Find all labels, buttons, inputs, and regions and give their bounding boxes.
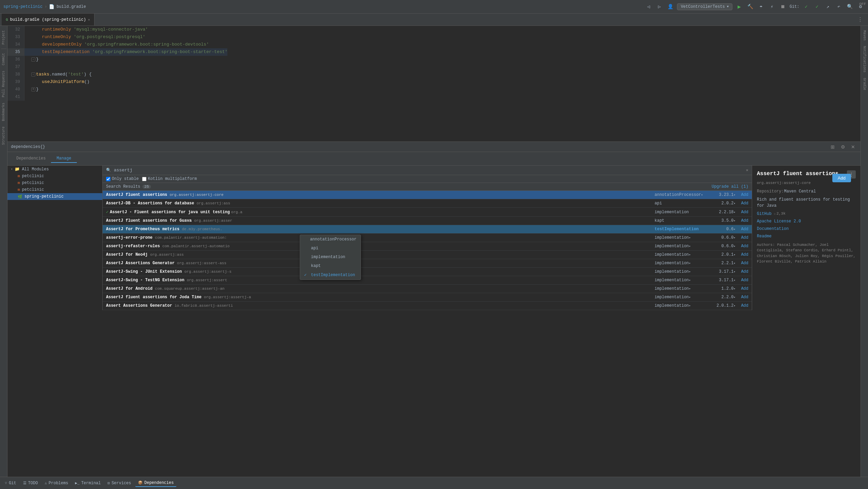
tab-more-button[interactable]: ⋮ [854, 16, 866, 23]
only-stable-option[interactable]: Only stable [106, 176, 139, 181]
git-check2[interactable]: ✓ [813, 3, 821, 11]
person-icon[interactable]: 👤 [666, 3, 674, 11]
result-scope-7[interactable]: implementation▾ [655, 252, 709, 257]
result-scope-1[interactable]: api [655, 201, 709, 206]
maven-panel-label[interactable]: Maven [862, 28, 867, 43]
panel-close-button[interactable]: ✕ [849, 143, 857, 151]
result-add-10[interactable]: Add [738, 278, 748, 283]
tab-build-gradle[interactable]: G build.gradle (spring-petclinic) ✕ [2, 14, 94, 26]
structure-label[interactable]: Structure [1, 124, 6, 148]
profile-button[interactable]: ⚡ [768, 3, 776, 11]
dependencies-tool-btn[interactable]: 📦 Dependencies [135, 479, 176, 487]
only-stable-checkbox[interactable] [106, 177, 110, 181]
result-add-2[interactable]: Add [738, 210, 748, 215]
result-row-1[interactable]: AssertJ-DB - Assertions for database org… [103, 199, 752, 208]
scope-option-testImplementation[interactable]: ✓ testImplementation [300, 270, 361, 280]
gradle-panel-label[interactable]: Gradle [862, 75, 867, 93]
panel-layout-button[interactable]: ⊞ [829, 143, 837, 151]
result-row-5[interactable]: assertj-error-prone com.palantir.assertj… [103, 234, 752, 242]
result-add-4[interactable]: Add [738, 227, 748, 232]
git-update[interactable]: ↶ [835, 3, 843, 11]
result-row-6[interactable]: assertj-refaster-rules com.palantir.asse… [103, 242, 752, 251]
result-row-7[interactable]: AssertJ for Neo4j org.assertj:ass implem… [103, 251, 752, 259]
notifications-panel-label[interactable]: Notifications [862, 43, 867, 75]
result-scope-0[interactable]: annotationProcessor▾ [655, 192, 709, 197]
terminal-tool-btn[interactable]: ▶_ Terminal [72, 480, 104, 487]
result-scope-2[interactable]: implementation [655, 210, 709, 215]
result-add-1[interactable]: Add [738, 201, 748, 206]
kotlin-multiplatform-checkbox[interactable] [142, 177, 146, 181]
search-clear-button[interactable]: ✕ [746, 168, 748, 173]
coverage-button[interactable]: ☂ [757, 3, 765, 11]
detail-readme-link[interactable]: Readme [757, 234, 771, 239]
tree-item-petclinic-3[interactable]: m petclinic [7, 186, 102, 193]
panel-settings-button[interactable]: ⚙ [839, 143, 847, 151]
result-add-6[interactable]: Add [738, 244, 748, 249]
result-add-0[interactable]: Add [738, 192, 748, 197]
result-row-12[interactable]: AssertJ fluent assertions for Joda Time … [103, 293, 752, 302]
result-add-9[interactable]: Add [738, 269, 748, 274]
result-row-3[interactable]: AssertJ fluent assertions for Guava org.… [103, 217, 752, 225]
result-row-2[interactable]: ✓ AssertJ - Fluent assertions for java u… [103, 208, 752, 217]
result-scope-11[interactable]: implementation▾ [655, 286, 709, 291]
result-row-11[interactable]: AssertJ for Android com.squareup.assertj… [103, 285, 752, 293]
result-scope-8[interactable]: implementation▾ [655, 261, 709, 266]
result-add-8[interactable]: Add [738, 261, 748, 266]
dep-tab-dependencies[interactable]: Dependencies [11, 155, 51, 163]
detail-documentation-link[interactable]: Documentation [757, 226, 789, 231]
run-config-selector[interactable]: VetControllerTests ▼ [677, 3, 732, 10]
git-push[interactable]: ↗ [824, 3, 832, 11]
problems-tool-btn[interactable]: ⚠ Problems [42, 480, 71, 487]
file-name[interactable]: build.gradle [56, 4, 86, 9]
result-scope-13[interactable]: implementation▾ [655, 303, 709, 308]
tree-item-petclinic-2[interactable]: m petclinic [7, 180, 102, 186]
scope-option-implementation[interactable]: implementation [300, 253, 361, 262]
detail-add-button[interactable]: Add [832, 174, 851, 182]
dep-tab-manage[interactable]: Manage [51, 155, 76, 163]
run-button[interactable]: ▶ [735, 3, 743, 11]
scope-option-annotationProcessor[interactable]: annotationProcessor [300, 235, 361, 244]
detail-license-link[interactable]: Apache License 2.0 [757, 219, 801, 224]
result-scope-9[interactable]: implementation▾ [655, 269, 709, 274]
stop-button[interactable]: ⏹ [779, 3, 787, 11]
result-add-13[interactable]: Add [738, 303, 748, 308]
pull-requests-label[interactable]: Pull Requests [1, 68, 6, 100]
result-row-13[interactable]: Assert Assertions Generator io.fabric8.a… [103, 302, 752, 310]
result-add-7[interactable]: Add [738, 252, 748, 257]
search-input[interactable] [114, 168, 743, 173]
upgrade-all-button[interactable]: Upgrade all (1) [712, 184, 748, 189]
result-scope-3[interactable]: kapt [655, 218, 709, 223]
result-row-8[interactable]: AssertJ Assertions Generator org.assertj… [103, 259, 752, 268]
detail-github-link[interactable]: GitHub [757, 212, 771, 216]
result-scope-4[interactable]: testImplementation [655, 227, 709, 232]
result-add-12[interactable]: Add [738, 295, 748, 300]
git-check1[interactable]: ✓ [802, 3, 810, 11]
result-scope-12[interactable]: implementation▾ [655, 295, 709, 300]
back-button[interactable]: ◁ [644, 3, 653, 11]
commit-panel-label[interactable]: Commit [1, 50, 6, 68]
result-row-10[interactable]: AssertJ-Swing - TestNG Extension org.ass… [103, 276, 752, 285]
result-add-5[interactable]: Add [738, 235, 748, 240]
kotlin-multiplatform-option[interactable]: Kotlin multiplatform [142, 176, 197, 181]
bookmarks-label[interactable]: Bookmarks [1, 100, 6, 124]
result-add-11[interactable]: Add [738, 286, 748, 291]
build-button[interactable]: 🔨 [746, 3, 754, 11]
tree-item-spring-petclinic[interactable]: 🌿 spring-petclinic [7, 193, 102, 200]
tree-item-petclinic-1[interactable]: m petclinic [7, 173, 102, 180]
git-tool-btn[interactable]: ⑂ Git [2, 480, 19, 487]
result-row-4[interactable]: AssertJ for Prometheus metrics de.m3y.pr… [103, 225, 752, 234]
forward-button[interactable]: ▷ [655, 3, 663, 11]
result-scope-5[interactable]: implementation▾ [655, 235, 709, 240]
result-add-3[interactable]: Add [738, 218, 748, 223]
scope-option-kapt[interactable]: kapt [300, 262, 361, 270]
tab-close-button[interactable]: ✕ [88, 18, 90, 22]
project-panel-label[interactable]: Project [1, 28, 6, 47]
services-tool-btn[interactable]: ⊡ Services [105, 480, 134, 487]
tree-item-all-modules[interactable]: ▾ 📁 All Modules [7, 166, 102, 173]
search-button[interactable]: 🔍 [846, 3, 854, 11]
scope-option-api[interactable]: api [300, 244, 361, 253]
result-row-0[interactable]: AssertJ fluent assertions org.assertj:as… [103, 191, 752, 199]
todo-tool-btn[interactable]: ☰ TODO [20, 480, 41, 487]
result-scope-10[interactable]: implementation▾ [655, 278, 709, 283]
result-row-9[interactable]: AssertJ-Swing - JUnit Extension org.asse… [103, 268, 752, 276]
